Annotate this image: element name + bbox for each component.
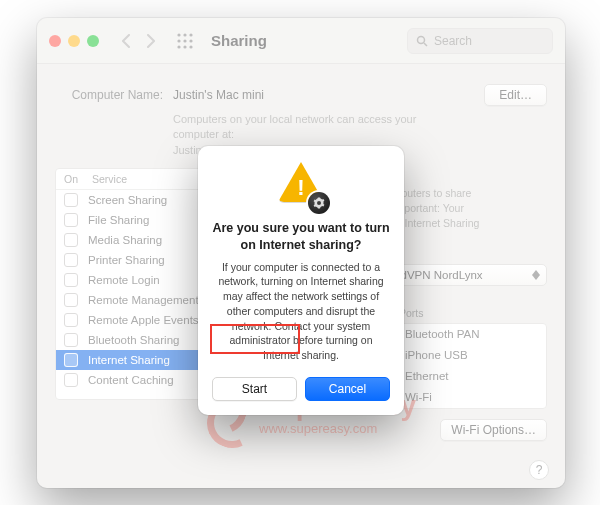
svg-point-6 — [177, 45, 180, 48]
checkbox[interactable] — [64, 313, 78, 327]
show-all-button[interactable] — [173, 29, 197, 53]
svg-line-10 — [424, 43, 427, 46]
svg-point-2 — [189, 33, 192, 36]
cancel-button[interactable]: Cancel — [305, 377, 390, 401]
svg-point-8 — [189, 45, 192, 48]
start-button[interactable]: Start — [212, 377, 297, 401]
checkbox[interactable] — [64, 333, 78, 347]
svg-point-5 — [189, 39, 192, 42]
updown-icon — [532, 270, 540, 280]
checkbox[interactable] — [64, 353, 78, 367]
toolbar: Sharing Search — [37, 18, 565, 64]
svg-point-0 — [177, 33, 180, 36]
window-controls — [49, 35, 99, 47]
prefs-badge-icon — [308, 192, 330, 214]
checkbox[interactable] — [64, 273, 78, 287]
svg-point-3 — [177, 39, 180, 42]
svg-point-9 — [418, 36, 425, 43]
warning-icon: ! — [278, 162, 324, 208]
close-window-button[interactable] — [49, 35, 61, 47]
checkbox[interactable] — [64, 213, 78, 227]
zoom-window-button[interactable] — [87, 35, 99, 47]
search-icon — [416, 35, 428, 47]
edit-hostname-button[interactable]: Edit… — [484, 84, 547, 106]
back-button[interactable] — [115, 27, 137, 55]
help-button[interactable]: ? — [529, 460, 549, 480]
wifi-options-button[interactable]: Wi-Fi Options… — [440, 419, 547, 441]
checkbox[interactable] — [64, 293, 78, 307]
chevron-right-icon — [146, 34, 155, 48]
dialog-title: Are you sure you want to turn on Interne… — [212, 220, 390, 254]
computer-name-label: Computer Name: — [55, 88, 163, 102]
search-placeholder: Search — [434, 34, 472, 48]
svg-point-4 — [183, 39, 186, 42]
search-field[interactable]: Search — [407, 28, 553, 54]
chevron-left-icon — [122, 34, 131, 48]
col-service-header: Service — [92, 173, 127, 185]
checkbox[interactable] — [64, 233, 78, 247]
svg-point-1 — [183, 33, 186, 36]
svg-point-7 — [183, 45, 186, 48]
col-on-header: On — [64, 173, 92, 185]
computer-name-value[interactable]: Justin's Mac mini — [173, 88, 474, 102]
minimize-window-button[interactable] — [68, 35, 80, 47]
pane-title: Sharing — [211, 32, 267, 49]
checkbox[interactable] — [64, 373, 78, 387]
checkbox[interactable] — [64, 193, 78, 207]
forward-button[interactable] — [139, 27, 161, 55]
dialog-body: If your computer is connected to a netwo… — [212, 260, 390, 363]
grid-icon — [177, 33, 193, 49]
confirm-dialog: ! Are you sure you want to turn on Inter… — [198, 146, 404, 415]
checkbox[interactable] — [64, 253, 78, 267]
